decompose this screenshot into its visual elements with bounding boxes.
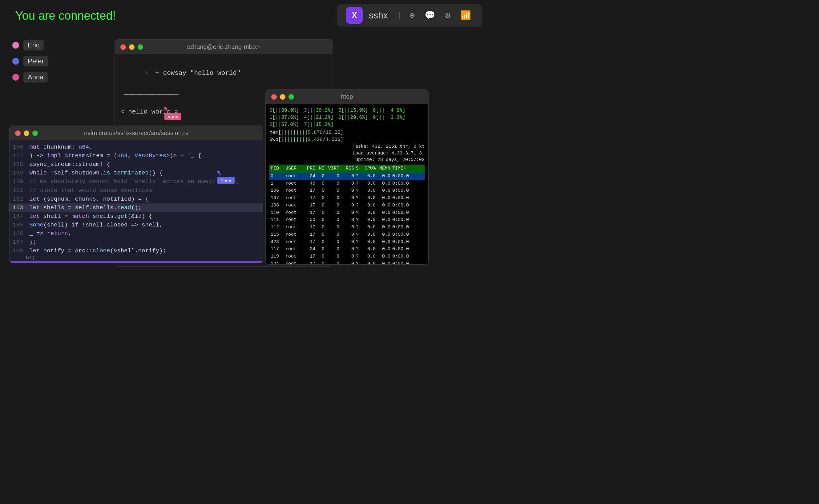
cursor-peter: Peter	[217, 171, 235, 184]
wifi-icon: 📶	[459, 8, 473, 22]
htop-minimize-button[interactable]	[280, 94, 285, 100]
cursor-anna: Anna	[164, 107, 181, 120]
htop-table-header: PID USER PRI NI VIRT RES S CPU% MEM% TIM…	[269, 165, 425, 173]
code-line-167: 167 };	[10, 238, 263, 246]
table-row: 111 root 50 0 0 0 ? 0.0 0.0 0:00.0	[269, 216, 425, 224]
htop-cpu-row-2: 1[||37.6%] 4[||21.2%] 6[||29.6%] 9[|| 3.…	[269, 114, 425, 121]
code-line-168: 168 let notify = Arc::clone(&shell.notif…	[10, 246, 263, 254]
code-line-156: 156 mut chunknum: u64,	[10, 143, 263, 151]
cursor-anna-label: Anna	[164, 113, 181, 120]
code-line-161: 161 // since that would cause deadlocks.	[10, 186, 263, 195]
table-row: 117 root 24 0 0 0 ? 0.0 0.0 0:00.0	[269, 246, 425, 253]
table-row: 1 root 40 0 0 0 ? 0.0 0.0 0:00.0	[269, 180, 425, 187]
code-line-164: 164 let shell = match shells.get(&id) {	[10, 212, 263, 221]
col-mem: MEM%	[377, 165, 392, 172]
htop-cpu-row-3: 2[||57.0%] 7[||15.3%]	[269, 121, 425, 128]
table-row: 0 root 24 0 0 0 ? 0.0 0.0 0:00.0	[269, 173, 425, 180]
nvim-encoding: utf-8[unix]	[171, 263, 202, 264]
htop-process-list: 0 root 24 0 0 0 ? 0.0 0.0 0:00.0 1 root …	[269, 173, 425, 265]
table-row: 115 root 17 0 0 0 ? 0.0 0.0 0:00.0	[269, 231, 425, 238]
htop-tasks: Tasks: 432, 2151 thr, 0 kt	[269, 143, 425, 150]
user-dot-anna	[12, 74, 19, 81]
col-pri: PRI	[305, 165, 317, 172]
close-button[interactable]	[120, 44, 126, 50]
table-row: 107 root 17 0 0 0 ? 0.0 0.0 0:00.0	[269, 194, 425, 202]
user-item-eric: Eric	[12, 40, 48, 50]
cursor-peter-arrow	[216, 170, 221, 177]
settings-button[interactable]: ⚙️	[444, 8, 452, 22]
user-dot-eric	[12, 42, 19, 49]
htop-load: Load average: 4.33 3.71 3.	[269, 150, 425, 157]
cursor-anna-arrow	[163, 107, 168, 113]
nvim-window-title: nvim crates/sshx-server/src/session.rs	[84, 130, 188, 137]
user-label-anna: Anna	[23, 72, 48, 82]
htop-close-button[interactable]	[271, 94, 277, 100]
table-row: 108 root 17 0 0 0 ? 0.0 0.0 0:00.0	[269, 202, 425, 209]
traffic-lights-cowsay	[120, 44, 143, 50]
nvim-code-area[interactable]: 156 mut chunknum: u64, 157 ) -> impl Str…	[10, 140, 263, 254]
nvim-close-button[interactable]	[15, 130, 21, 136]
traffic-lights-htop	[271, 94, 294, 100]
minimize-button[interactable]	[129, 44, 134, 50]
col-cpu: CPU%	[363, 165, 377, 172]
nvim-titlebar: nvim crates/sshx-server/src/session.rs	[10, 126, 263, 140]
connected-message: You are connected!	[15, 9, 116, 22]
table-row: 110 root 17 0 0 0 ? 0.0 0.0 0:00.0	[269, 209, 425, 217]
table-row: 112 root 17 0 0 0 ? 0.0 0.0 0:00.0	[269, 224, 425, 231]
htop-maximize-button[interactable]	[288, 94, 294, 100]
user-dot-peter	[12, 58, 19, 65]
sshx-icon: X	[346, 7, 363, 24]
col-ni: NI	[317, 165, 326, 172]
col-time: TIME+	[392, 165, 406, 172]
table-row: 423 root 17 0 0 0 ? 0.0 0.0 0:00.0	[269, 238, 425, 246]
nvim-line-info: 64;	[10, 254, 263, 261]
code-line-158: 158 async_stream::stream! {	[10, 160, 263, 169]
col-res: RES	[341, 165, 356, 172]
htop-title: htop	[341, 93, 353, 100]
table-row: 106 root 17 0 0 0 ? 0.0 0.0 0:00.0	[269, 187, 425, 194]
col-virt: VIRT	[326, 165, 341, 172]
top-bar: You are connected! X sshx | ⊕ 💬 ⚙️ 📶	[0, 0, 819, 31]
code-line-162: 162 let (seqnum, chunks, notified) = {	[10, 195, 263, 203]
htop-cpu-row-1: 0[||39.9%] 3[||30.0%] 5[||15.9%] 8[|| 4.…	[269, 107, 425, 114]
user-item-anna: Anna	[12, 72, 48, 82]
htop-mem: Mem[|||||||||5.67G/16.0G]	[269, 129, 425, 136]
user-label-peter: Peter	[23, 56, 48, 66]
col-s: S	[356, 165, 363, 172]
nvim-statusbar: NORMAL <shx-server/src/session.rs rust-a…	[10, 261, 263, 263]
nvim-maximize-button[interactable]	[32, 130, 38, 136]
maximize-button[interactable]	[138, 44, 143, 50]
code-line-157: 157 ) -> impl Stream<Item = (u64, Vec<By…	[10, 151, 263, 160]
code-line-165: 165 Some(shell) if !shell.closed => shel…	[10, 221, 263, 229]
code-line-163: 163 let shells = self.shells.read();	[10, 203, 263, 212]
add-tab-button[interactable]: ⊕	[407, 8, 417, 22]
nvim-file-info: <shx-server/src/session.rs	[44, 263, 115, 264]
htop-content[interactable]: 0[||39.9%] 3[||30.0%] 5[||15.9%] 8[|| 4.…	[266, 104, 428, 265]
htop-uptime: Uptime: 28 days, 20:57:02	[269, 157, 425, 163]
htop-titlebar: htop	[266, 90, 428, 104]
user-label-eric: Eric	[23, 40, 44, 50]
table-row: 124 root 17 0 0 0 ? 0.0 0.0 0:00.0	[269, 260, 425, 265]
user-item-peter: Peter	[12, 56, 48, 66]
table-row: 119 root 17 0 0 0 ? 0.0 0.0 0:00.0	[269, 253, 425, 260]
nvim-lsp-info: rust-ana…	[122, 263, 146, 264]
traffic-lights-nvim	[15, 130, 38, 136]
col-user: USER	[285, 165, 305, 172]
app-title: sshx	[369, 10, 388, 21]
nvim-window[interactable]: nvim crates/sshx-server/src/session.rs 1…	[9, 126, 263, 263]
terminal-cowsay-titlebar: ezhang@eric-zhang-mbp:~	[115, 40, 333, 54]
cursor-peter-label: Peter	[217, 177, 235, 184]
htop-window[interactable]: htop 0[||39.9%] 3[||30.0%] 5[||15.9%] 8[…	[265, 89, 429, 265]
code-line-166: 166 _ => return,	[10, 229, 263, 238]
col-pid: PID	[271, 165, 285, 172]
chat-button[interactable]: 💬	[423, 8, 437, 22]
terminal-cowsay-title: ezhang@eric-zhang-mbp:~	[187, 43, 261, 50]
nvim-minimize-button[interactable]	[24, 130, 29, 136]
nvim-position: ℓ:163 𝒸:52	[223, 262, 250, 263]
title-bar: X sshx | ⊕ 💬 ⚙️ 📶	[337, 4, 482, 27]
htop-swp: Swp[|||||||||2.42G/4.00G]	[269, 136, 425, 143]
users-panel: Eric Peter Anna	[12, 40, 48, 82]
